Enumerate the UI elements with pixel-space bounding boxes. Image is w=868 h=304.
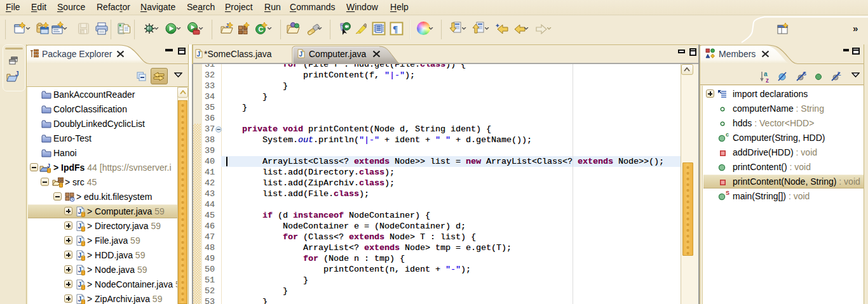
svg-text:z: z [766, 77, 769, 83]
svg-text:J: J [78, 208, 82, 215]
svg-text:C: C [259, 25, 264, 33]
svg-text:J: J [78, 281, 82, 288]
svg-text:J: J [299, 51, 303, 58]
svg-text:J: J [78, 223, 82, 230]
svg-text:J: J [47, 162, 50, 169]
svg-text:J: J [78, 296, 82, 303]
svg-text:J: J [78, 252, 82, 259]
svg-text:J: J [197, 51, 201, 58]
svg-text:J: J [15, 71, 19, 77]
svg-text:J: J [78, 267, 82, 274]
svg-text:¶: ¶ [393, 24, 398, 34]
svg-text:J: J [78, 237, 82, 244]
